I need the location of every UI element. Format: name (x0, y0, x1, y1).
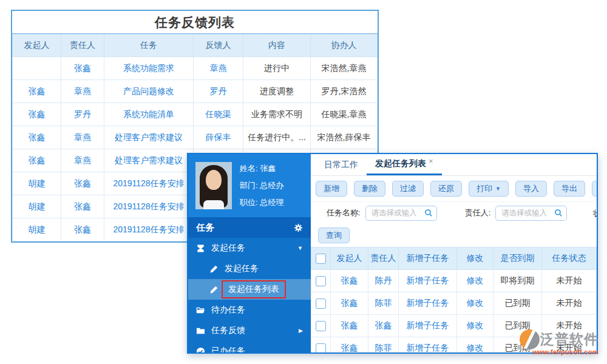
cell-task-link[interactable]: 系统功能清单 (104, 103, 194, 126)
sidebar-item-todo-task[interactable]: 待办任务 (188, 300, 311, 320)
cell-task-link[interactable]: 产品问题修改 (104, 80, 194, 103)
sidebar-item-label: 发起任务 (211, 243, 245, 254)
sidebar-menu: 发起任务 ▼ 发起任务 发起任务列表 待办任务 (188, 238, 311, 352)
cell-owner-link[interactable]: 陈丹 (368, 270, 399, 292)
cell-assistant: 宋浩然,章燕 (311, 57, 378, 80)
delete-button[interactable]: 删除 (354, 181, 385, 197)
cell-task-link[interactable]: 20191128任务安排 (104, 172, 194, 195)
cell-owner-link[interactable]: 张鑫 (368, 315, 399, 337)
cell-initiator-link[interactable]: 张鑫 (13, 80, 61, 103)
cell-initiator-link[interactable]: 张鑫 (13, 149, 61, 172)
add-button[interactable]: 新增 (316, 181, 347, 197)
print-button[interactable]: 打印 ▼ (469, 181, 509, 197)
cell-task-link[interactable]: 处理客户需求建议 (104, 149, 194, 172)
add-subtask-link[interactable]: 新增子任务 (399, 292, 457, 315)
cell-task-link[interactable]: 20191128任务安排 (104, 195, 194, 218)
cell-initiator-link[interactable]: 张鑫 (331, 315, 368, 337)
cell-feedback-link[interactable]: 任晓渠 (194, 103, 243, 126)
chevron-right-icon: ▶ (299, 328, 303, 334)
add-subtask-link[interactable]: 新增子任务 (399, 270, 457, 292)
cell-initiator (13, 57, 61, 80)
cell-initiator-link[interactable]: 张鑫 (13, 103, 61, 126)
cell-initiator-link[interactable]: 张鑫 (331, 292, 368, 315)
cell-owner-link[interactable]: 罗丹 (61, 103, 104, 126)
cell-task-link[interactable]: 系统功能需求 (104, 57, 194, 80)
sidebar-item-done-task[interactable]: 已办任务 (188, 341, 311, 352)
owner-input[interactable] (496, 209, 554, 217)
gear-icon[interactable] (294, 223, 303, 232)
query-button[interactable]: 查询 (318, 228, 350, 243)
modify-link[interactable]: 修改 (457, 337, 493, 353)
close-icon[interactable]: × (429, 157, 433, 166)
cell-feedback-link[interactable]: 章燕 (194, 57, 243, 80)
col-header-initiator: 发起人 (13, 35, 61, 57)
search-icon[interactable] (554, 209, 563, 217)
user-profile: 姓名: 张鑫 部门: 总经办 职位: 总经理 (188, 154, 311, 217)
col-header-task: 任务 (104, 35, 194, 57)
tab-bar: 日常工作 发起任务列表 × (311, 154, 597, 176)
owner-label: 责任人: (465, 207, 491, 218)
restore-button[interactable]: 还原 (430, 181, 462, 197)
cell-initiator-link[interactable]: 张鑫 (331, 337, 368, 353)
sidebar-item-initiate-task-group[interactable]: 发起任务 ▼ (188, 238, 311, 258)
cell-owner-link[interactable]: 张鑫 (61, 172, 104, 195)
add-subtask-link[interactable]: 新增子任务 (399, 315, 457, 337)
cell-owner-link[interactable]: 章燕 (61, 80, 104, 103)
cell-initiator-link[interactable]: 张鑫 (331, 270, 368, 292)
cell-initiator-link[interactable]: 胡建 (13, 218, 61, 241)
modify-link[interactable]: 修改 (457, 315, 493, 337)
sidebar-item-task-feedback[interactable]: 任务反馈 ▶ (188, 320, 311, 341)
cell-owner-link[interactable]: 张鑫 (61, 195, 104, 218)
task-name-input[interactable] (366, 209, 424, 217)
checkbox-cell (311, 270, 331, 292)
import-button[interactable]: 导入 (515, 181, 547, 197)
row-checkbox[interactable] (316, 343, 326, 352)
cell-task-link[interactable]: 处理客户需求建议 (104, 126, 194, 149)
col-header-owner: 责任人 (61, 35, 104, 57)
modify-link[interactable]: 修改 (457, 292, 493, 315)
cell-owner-link[interactable]: 陈菲 (368, 292, 399, 315)
row-checkbox[interactable] (316, 276, 326, 286)
row-checkbox[interactable] (316, 321, 326, 331)
cell-feedback-link[interactable]: 薛保丰 (194, 126, 243, 149)
cell-initiator-link[interactable]: 胡建 (13, 172, 61, 195)
search-icon[interactable] (424, 209, 433, 217)
cell-owner-link[interactable]: 张鑫 (61, 57, 104, 80)
cell-owner-link[interactable]: 陈菲 (368, 337, 399, 353)
view-log-button[interactable]: 查看日志 (592, 181, 597, 197)
owner-field (495, 206, 567, 221)
check-circle-icon (196, 347, 205, 353)
cell-due: 即将到期 (493, 270, 542, 292)
select-all-checkbox[interactable] (316, 254, 326, 264)
hourglass-icon (196, 244, 205, 253)
cell-content: 进行中 (243, 57, 311, 80)
cell-assistant: 任晓渠,章燕 (311, 103, 378, 126)
cell-owner-link[interactable]: 章燕 (61, 126, 104, 149)
cell-initiator-link[interactable]: 胡建 (13, 195, 61, 218)
cell-feedback-link[interactable]: 罗丹 (194, 80, 243, 103)
brand-url: www.fanpusoft.com (520, 348, 599, 356)
folder-icon (196, 326, 205, 335)
cell-owner-link[interactable]: 张鑫 (61, 218, 104, 241)
export-button[interactable]: 导出 (554, 181, 585, 197)
modify-link[interactable]: 修改 (457, 270, 493, 292)
button-label: 还原 (438, 183, 454, 194)
add-subtask-link[interactable]: 新增子任务 (399, 337, 457, 353)
cell-owner-link[interactable]: 章燕 (61, 149, 104, 172)
tab-initiate-task-list[interactable]: 发起任务列表 × (367, 154, 442, 175)
task-name-label: 任务名称: (327, 207, 361, 218)
cell-initiator-link[interactable]: 张鑫 (13, 126, 61, 149)
sidebar-item-label: 任务反馈 (211, 325, 245, 336)
table-row: 张鑫 陈菲 新增子任务 修改 已到期 未开始 (311, 292, 597, 315)
row-checkbox[interactable] (316, 298, 326, 309)
cell-task-link[interactable]: 20191128任务安排 (104, 218, 194, 241)
clipped-status-label: 状 (593, 208, 597, 219)
cell-content: 业务需求不明 (243, 103, 311, 126)
col-header-status: 任务状态 (542, 248, 597, 270)
button-label: 导入 (523, 183, 539, 194)
brand-name: 泛普软件 (540, 330, 599, 349)
tab-daily-work[interactable]: 日常工作 (316, 154, 367, 175)
sidebar-item-initiate-task[interactable]: 发起任务 (188, 258, 311, 279)
filter-button[interactable]: 过滤 (392, 181, 424, 197)
sidebar-item-initiate-task-list[interactable]: 发起任务列表 (188, 279, 311, 300)
